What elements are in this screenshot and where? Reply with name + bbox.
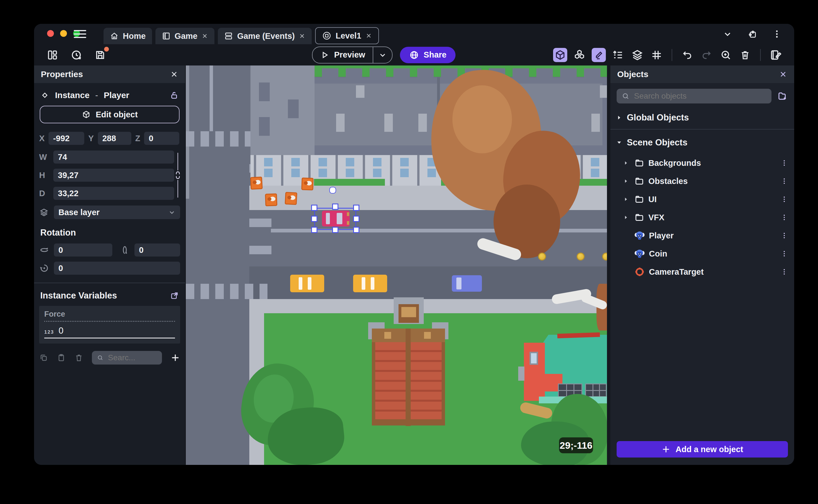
selection-handle[interactable] [311, 216, 317, 222]
variables-search-input[interactable] [107, 353, 157, 363]
close-tab-icon[interactable] [201, 33, 208, 39]
rotation-x-input[interactable] [54, 243, 112, 257]
minimize-window-button[interactable] [60, 30, 67, 37]
object-label: Coin [649, 249, 667, 259]
object-item-player[interactable]: Player [610, 226, 794, 245]
layer-select[interactable]: Base layer [54, 206, 180, 219]
objects-search[interactable] [617, 89, 772, 103]
undo-button[interactable] [680, 48, 694, 62]
close-tab-icon[interactable] [365, 32, 372, 39]
coin[interactable] [602, 253, 607, 261]
variable-row-force[interactable]: Force 123 0 [39, 306, 180, 344]
scene-canvas[interactable]: 29;-116 [186, 65, 607, 465]
view-3d-button[interactable] [553, 48, 567, 62]
kebab-menu-icon[interactable] [781, 214, 788, 221]
selection-handle[interactable] [311, 205, 317, 211]
zoom-button[interactable] [719, 48, 733, 62]
close-objects-icon[interactable] [779, 70, 787, 79]
width-input[interactable] [53, 151, 174, 164]
variable-value[interactable]: 0 [58, 326, 63, 336]
redo-button[interactable] [699, 48, 714, 62]
selection-handle[interactable] [332, 204, 338, 210]
rotation-z-input[interactable] [54, 262, 180, 275]
delete-variable-icon[interactable] [74, 353, 83, 362]
building-window [600, 85, 607, 98]
tab-home[interactable]: Home [103, 28, 152, 44]
section-scene-objects[interactable]: Scene Objects [610, 131, 794, 154]
add-folder-icon[interactable] [777, 91, 788, 101]
objects-search-input[interactable] [633, 91, 766, 101]
preview-button[interactable]: Preview [312, 46, 392, 63]
tab-game-events[interactable]: Game (Events) [218, 28, 312, 44]
z-input[interactable] [144, 132, 179, 145]
section-global-objects[interactable]: Global Objects [610, 106, 794, 129]
rotation-handle[interactable] [329, 187, 336, 194]
crate-obstacle[interactable] [285, 192, 297, 205]
delete-button[interactable] [738, 48, 752, 62]
edit-object-button[interactable]: Edit object [40, 106, 179, 123]
crate-obstacle[interactable] [265, 193, 277, 206]
object-item-cameratarget[interactable]: CameraTarget [610, 263, 794, 281]
copy-variable-icon[interactable] [39, 353, 48, 362]
window-chevron-icon[interactable] [723, 29, 732, 39]
extensions-icon[interactable] [747, 29, 757, 39]
add-new-object-button[interactable]: Add a new object [617, 441, 788, 458]
layers-button[interactable] [630, 48, 644, 62]
preview-options-chevron[interactable] [373, 51, 392, 59]
more-menu-icon[interactable] [772, 29, 782, 39]
kebab-menu-icon[interactable] [781, 250, 788, 257]
tab-game[interactable]: Game [155, 28, 215, 44]
building-tower[interactable] [250, 65, 314, 160]
selection-handle[interactable] [353, 205, 359, 211]
coin[interactable] [538, 253, 546, 261]
main-menu-icon[interactable] [74, 29, 86, 39]
coin[interactable] [577, 253, 585, 261]
object-item-coin[interactable]: Coin [610, 245, 794, 263]
edit-mode-button[interactable] [592, 48, 606, 62]
tab-label: Game (Events) [237, 31, 295, 41]
variable-name[interactable]: Force [44, 310, 175, 322]
crate-obstacle[interactable] [301, 177, 314, 190]
object-item-ui[interactable]: UI [610, 190, 794, 208]
panels-layout-button[interactable] [45, 48, 60, 62]
add-variable-icon[interactable] [170, 353, 180, 363]
kebab-menu-icon[interactable] [781, 177, 788, 185]
object-item-vfx[interactable]: VFX [610, 208, 794, 226]
object-item-backgrounds[interactable]: Backgrounds [610, 154, 794, 172]
unlock-icon[interactable] [169, 90, 179, 100]
selection-handle[interactable] [353, 227, 359, 233]
close-tab-icon[interactable] [299, 33, 305, 39]
grid-button[interactable] [650, 48, 664, 62]
close-window-button[interactable] [47, 30, 54, 37]
link-dimensions-toggle[interactable] [174, 151, 181, 200]
selection-handle[interactable] [311, 227, 317, 233]
kebab-menu-icon[interactable] [781, 232, 788, 239]
paste-variable-icon[interactable] [57, 353, 66, 362]
taxi-stripe [299, 277, 302, 290]
taxi-car[interactable] [290, 275, 324, 292]
instances-list-button[interactable] [611, 48, 625, 62]
crate-obstacle[interactable] [250, 177, 263, 190]
kebab-menu-icon[interactable] [781, 268, 788, 276]
objects-view-button[interactable] [572, 48, 587, 62]
tab-level1[interactable]: Level1 [315, 27, 378, 44]
selection-handle[interactable] [353, 216, 359, 222]
rotation-y-input[interactable] [134, 243, 180, 257]
blue-car[interactable] [452, 275, 482, 292]
open-variables-icon[interactable] [170, 291, 179, 300]
kebab-menu-icon[interactable] [781, 159, 788, 167]
open-events-button[interactable] [769, 48, 783, 62]
variables-search[interactable] [92, 351, 162, 365]
taxi-car[interactable] [353, 275, 387, 292]
close-properties-icon[interactable] [170, 70, 178, 79]
depth-input[interactable] [53, 187, 174, 200]
object-item-obstacles[interactable]: Obstacles [610, 172, 794, 190]
share-button[interactable]: Share [400, 47, 456, 63]
history-button[interactable] [69, 48, 83, 62]
selection-handle[interactable] [332, 227, 338, 233]
save-button[interactable] [93, 48, 107, 62]
kebab-menu-icon[interactable] [781, 196, 788, 203]
x-input[interactable] [48, 132, 84, 145]
height-input[interactable] [53, 169, 174, 182]
y-input[interactable] [98, 132, 131, 145]
